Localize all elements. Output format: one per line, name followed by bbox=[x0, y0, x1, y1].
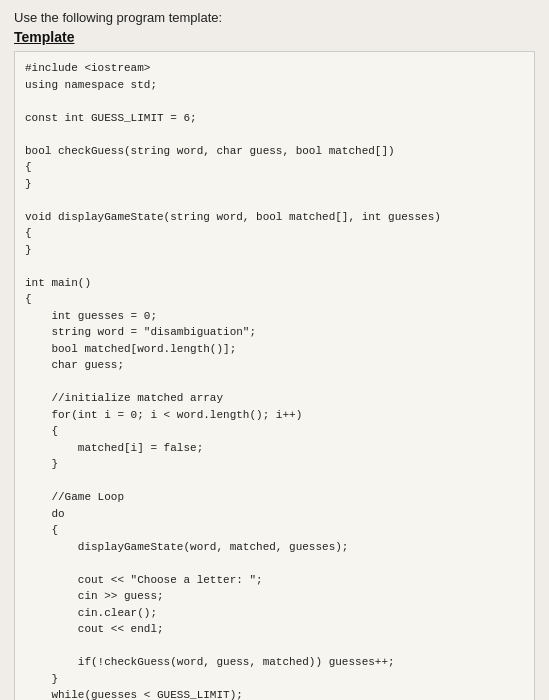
code-block: #include <iostream> using namespace std;… bbox=[14, 51, 535, 700]
intro-line: Use the following program template: bbox=[14, 10, 535, 25]
template-title: Template bbox=[14, 29, 535, 45]
